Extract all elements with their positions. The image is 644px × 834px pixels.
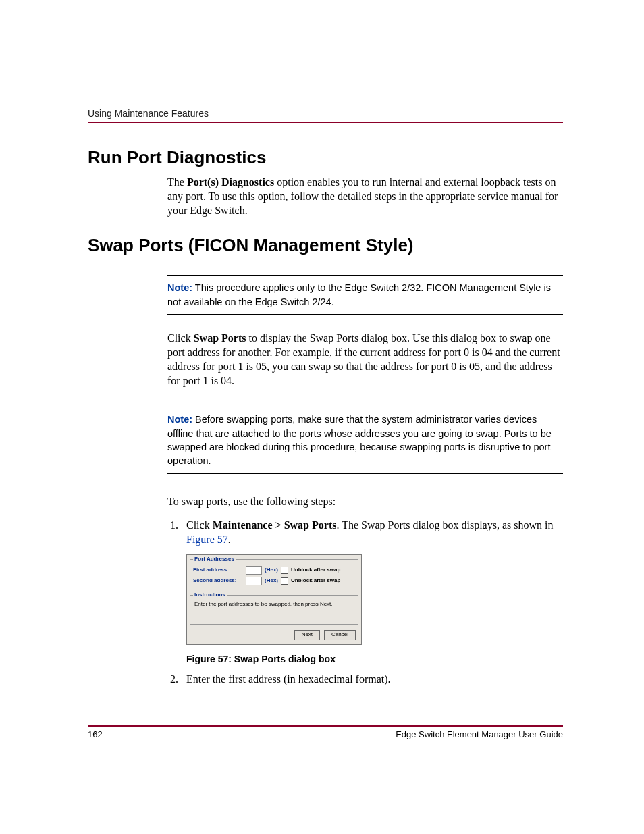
figure-link[interactable]: Figure 57 <box>186 533 228 545</box>
second-address-row: Second address: (Hex) Unblock after swap <box>193 577 355 585</box>
section2-body: Note: This procedure applies only to the… <box>167 275 563 686</box>
group-legend: Instructions <box>193 592 227 599</box>
page-number: 162 <box>88 729 103 739</box>
first-address-label: First address: <box>193 567 243 574</box>
next-button[interactable]: Next <box>294 630 320 640</box>
unblock-label: Unblock after swap <box>291 567 340 574</box>
text: Click <box>186 519 213 531</box>
port-addresses-group: Port Addresses First address: (Hex) Unbl… <box>190 559 358 592</box>
heading-run-port-diagnostics: Run Port Diagnostics <box>88 147 563 168</box>
note-2: Note: Before swapping ports, make sure t… <box>167 413 563 467</box>
note-separator <box>167 473 563 474</box>
bold-text: Maintenance > Swap Ports <box>213 519 337 531</box>
hex-label: (Hex) <box>265 577 278 585</box>
dialog-button-row: Next Cancel <box>190 627 358 642</box>
figure-caption: Figure 57: Swap Ports dialog box <box>186 653 563 665</box>
note-1: Note: This procedure applies only to the… <box>167 281 563 309</box>
second-address-label: Second address: <box>193 577 243 585</box>
step-1: Click Maintenance > Swap Ports. The Swap… <box>181 518 563 666</box>
note-label: Note: <box>167 282 192 293</box>
first-address-row: First address: (Hex) Unblock after swap <box>193 566 355 575</box>
footer-rule <box>88 725 563 727</box>
text: . The Swap Ports dialog box displays, as… <box>336 519 553 531</box>
instructions-group: Instructions Enter the port addresses to… <box>190 595 358 625</box>
header-rule <box>88 122 563 123</box>
steps-list: Click Maintenance > Swap Ports. The Swap… <box>167 518 563 687</box>
note-separator <box>167 407 563 407</box>
first-address-input[interactable] <box>246 566 262 575</box>
running-header: Using Maintenance Features <box>88 108 563 119</box>
second-address-input[interactable] <box>246 577 262 585</box>
steps-lead: To swap ports, use the following steps: <box>167 494 563 509</box>
unblock-label: Unblock after swap <box>291 577 340 585</box>
text: Click <box>167 332 194 344</box>
guide-title: Edge Switch Element Manager User Guide <box>396 729 563 739</box>
swap-ports-dialog-figure: Port Addresses First address: (Hex) Unbl… <box>186 554 362 645</box>
note-body: This procedure applies only to the Edge … <box>167 282 551 307</box>
unblock-checkbox-1[interactable] <box>281 567 288 574</box>
page: Using Maintenance Features Run Port Diag… <box>0 0 644 834</box>
section1-body: The Port(s) Diagnostics option enables y… <box>167 175 563 217</box>
text: . <box>228 533 231 545</box>
note-separator <box>167 275 563 276</box>
instructions-text: Enter the port addresses to be swapped, … <box>193 600 355 621</box>
note-label: Note: <box>167 414 192 425</box>
step-2: Enter the first address (in hexadecimal … <box>181 672 563 686</box>
hex-label: (Hex) <box>265 567 278 574</box>
heading-swap-ports: Swap Ports (FICON Management Style) <box>88 235 563 256</box>
swap-ports-dialog: Port Addresses First address: (Hex) Unbl… <box>186 554 362 645</box>
text: The <box>167 176 187 188</box>
cancel-button[interactable]: Cancel <box>324 630 356 640</box>
bold-text: Swap Ports <box>194 332 246 344</box>
note-separator <box>167 314 563 315</box>
bold-text: Port(s) Diagnostics <box>187 176 274 188</box>
section1-paragraph: The Port(s) Diagnostics option enables y… <box>167 175 563 217</box>
unblock-checkbox-2[interactable] <box>281 577 288 585</box>
swap-ports-paragraph: Click Swap Ports to display the Swap Por… <box>167 331 563 388</box>
group-legend: Port Addresses <box>193 556 236 563</box>
note-body: Before swapping ports, make sure that th… <box>167 414 552 466</box>
page-footer: 162 Edge Switch Element Manager User Gui… <box>88 725 563 739</box>
